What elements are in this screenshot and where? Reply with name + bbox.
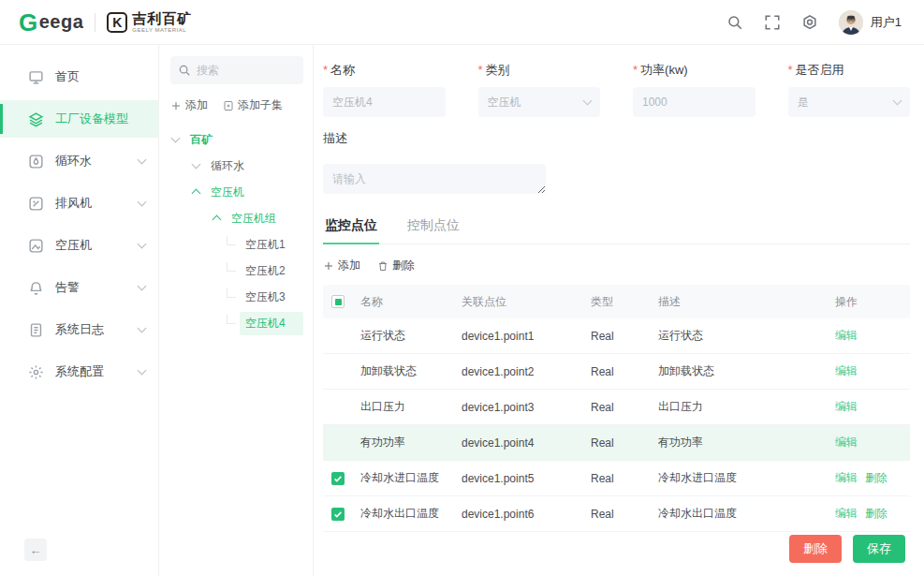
avatar[interactable] — [839, 10, 863, 35]
edit-link[interactable]: 编辑 — [835, 470, 858, 486]
field-label-power: *功率(kw) — [633, 62, 755, 79]
description-textarea[interactable] — [323, 164, 546, 194]
cell-desc: 运行状态 — [658, 328, 835, 344]
col-header-point: 关联点位 — [462, 294, 591, 310]
sidebar-item-system-config[interactable]: 系统配置 — [0, 353, 158, 391]
fan-icon — [28, 196, 44, 212]
device-tree-panel: 添加 添加子集 百矿 循环水 空压机 空压机组 空压机1 — [159, 45, 314, 576]
geega-logo: Geega — [19, 10, 83, 35]
tree-node-kongyaji[interactable]: 空压机 — [170, 179, 303, 205]
tree-search-input[interactable] — [197, 64, 296, 77]
tree-node-xunhuanshui[interactable]: 循环水 — [170, 153, 303, 179]
table-add-button[interactable]: 添加 — [323, 258, 360, 273]
layers-icon — [28, 111, 44, 127]
detail-panel: *名称 空压机4 *类别 空压机 *功率(kw) 1000 *是否启用 是 描述… — [314, 45, 924, 576]
tab-control-points[interactable]: 控制点位 — [405, 212, 462, 244]
tree-search[interactable] — [170, 56, 303, 84]
category-select[interactable]: 空压机 — [478, 87, 601, 117]
field-label-category: *类别 — [478, 62, 601, 79]
sidebar-item-circulating-water[interactable]: 循环水 — [0, 142, 158, 180]
table-row: 冷却水出口温度 device1.point6 Real 冷却水出口温度 编辑删除 — [323, 496, 910, 532]
trash-icon — [377, 260, 389, 272]
tree-connector — [227, 315, 236, 324]
edit-link[interactable]: 编辑 — [835, 328, 858, 344]
tree-node-label: 空压机1 — [240, 233, 291, 257]
edit-link[interactable]: 编辑 — [835, 435, 858, 450]
tree-add-subset-label: 添加子集 — [238, 97, 283, 113]
cell-name: 冷却水进口温度 — [360, 470, 462, 486]
search-icon[interactable] — [726, 14, 743, 31]
tree-node-kongyajizu[interactable]: 空压机组 — [170, 205, 303, 231]
brand-area: Geega K 吉利百矿 GEELY MATERIAL — [19, 10, 192, 35]
table-row: 运行状态 device1.point1 Real 运行状态 编辑 — [323, 318, 910, 354]
tree-node-kongyaji2[interactable]: 空压机2 — [170, 258, 303, 284]
settings-icon[interactable] — [801, 14, 818, 31]
tree-node-baikuang[interactable]: 百矿 — [170, 126, 303, 153]
name-input[interactable]: 空压机4 — [323, 87, 446, 117]
table-delete-button[interactable]: 删除 — [377, 258, 415, 273]
tree-add-subset-button[interactable]: 添加子集 — [223, 97, 283, 113]
plus-icon — [323, 260, 334, 272]
sidebar-item-home[interactable]: 首页 — [0, 58, 158, 96]
cell-point: device1.point3 — [462, 401, 591, 414]
cell-type: Real — [591, 365, 658, 378]
required-asterisk: * — [323, 63, 328, 77]
delete-link[interactable]: 删除 — [865, 506, 887, 522]
tree-node-label: 空压机 — [205, 181, 250, 204]
tree-add-button[interactable]: 添加 — [170, 97, 208, 113]
required-asterisk: * — [633, 63, 638, 77]
tree-node-label: 百矿 — [184, 128, 218, 152]
cell-name: 运行状态 — [360, 328, 462, 344]
cell-name: 有功功率 — [360, 435, 462, 450]
select-all-checkbox[interactable] — [331, 295, 345, 308]
sidebar-item-exhaust-fan[interactable]: 排风机 — [0, 185, 158, 222]
sidebar-item-factory-model[interactable]: 工厂设备模型 — [0, 100, 158, 138]
brand-name-en: GEELY MATERIAL — [132, 27, 192, 33]
geega-g-mark: G — [19, 10, 38, 35]
sidebar-item-system-log[interactable]: 系统日志 — [0, 311, 158, 348]
username-label: 用户1 — [871, 14, 902, 31]
chevron-down-icon — [192, 160, 201, 170]
cell-desc: 冷却水出口温度 — [658, 506, 835, 522]
sidebar-item-alarm[interactable]: 告警 — [0, 269, 158, 306]
cell-desc: 有功功率 — [658, 435, 835, 450]
config-icon — [28, 364, 44, 380]
power-input[interactable]: 1000 — [633, 87, 755, 117]
tab-monitor-points[interactable]: 监控点位 — [323, 212, 379, 244]
delete-button[interactable]: 删除 — [789, 535, 842, 563]
home-icon — [28, 69, 44, 85]
chevron-down-icon — [893, 96, 902, 106]
field-label-description: 描述 — [323, 130, 910, 147]
col-header-type: 类型 — [591, 294, 658, 310]
fullscreen-icon[interactable] — [764, 14, 781, 31]
sidebar-item-label: 首页 — [55, 68, 145, 85]
app-header: Geega K 吉利百矿 GEELY MATERIAL 用户1 — [0, 0, 924, 45]
row-checkbox-checked[interactable] — [331, 472, 345, 485]
tree-node-kongyaji4[interactable]: 空压机4 — [170, 310, 303, 336]
save-button[interactable]: 保存 — [853, 535, 905, 563]
edit-link[interactable]: 编辑 — [835, 399, 858, 415]
enabled-select[interactable]: 是 — [788, 87, 911, 117]
user-menu[interactable]: 用户1 — [839, 10, 902, 35]
cell-point: device1.point2 — [462, 365, 591, 378]
tree-node-kongyaji3[interactable]: 空压机3 — [170, 284, 303, 310]
cell-point: device1.point1 — [462, 330, 591, 343]
baikuang-logo: K 吉利百矿 GEELY MATERIAL — [107, 11, 192, 33]
sidebar-item-air-compressor[interactable]: 空压机 — [0, 227, 158, 264]
baikuang-logo-mark: K — [107, 12, 127, 33]
sidebar-item-label: 循环水 — [55, 153, 127, 170]
edit-link[interactable]: 编辑 — [835, 506, 858, 522]
chevron-down-icon — [583, 96, 593, 106]
cell-point: device1.point4 — [462, 436, 591, 450]
chevron-down-icon — [138, 155, 147, 165]
table-add-label: 添加 — [338, 258, 360, 273]
tree-node-kongyaji1[interactable]: 空压机1 — [170, 231, 303, 258]
col-header-name: 名称 — [360, 294, 462, 310]
cell-type: Real — [591, 472, 658, 485]
delete-link[interactable]: 删除 — [865, 470, 887, 486]
row-checkbox-checked[interactable] — [331, 508, 345, 521]
sidebar-item-label: 系统日志 — [55, 321, 127, 338]
sidebar-collapse-button[interactable]: ← — [24, 539, 47, 561]
edit-link[interactable]: 编辑 — [835, 363, 858, 379]
tree-node-label: 空压机2 — [240, 259, 291, 283]
